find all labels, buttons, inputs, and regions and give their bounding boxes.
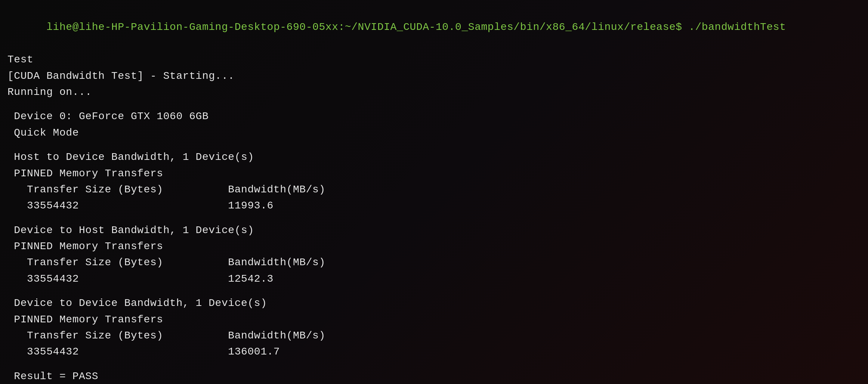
output-line-running: Running on... [7, 84, 861, 100]
output-line-quickmode: Quick Mode [7, 125, 861, 141]
prompt-line-1: lihe@lihe-HP-Pavilion-Gaming-Desktop-690… [7, 3, 861, 52]
output-line-d2d-header: Device to Device Bandwidth, 1 Device(s) [7, 295, 861, 311]
output-line-d2d-pinned: PINNED Memory Transfers [7, 312, 861, 328]
blank-4 [7, 287, 861, 295]
blank-3 [7, 214, 861, 222]
output-line-d2h-val: 33554432 12542.3 [7, 271, 861, 287]
output-line-d2h-col: Transfer Size (Bytes) Bandwidth(MB/s) [7, 254, 861, 270]
output-line-h2d-val: 33554432 11993.6 [7, 198, 861, 214]
output-line-result: Result = PASS [7, 368, 861, 384]
output-line-starting: [CUDA Bandwidth Test] - Starting... [7, 68, 861, 84]
terminal-content: lihe@lihe-HP-Pavilion-Gaming-Desktop-690… [0, 0, 868, 384]
output-line-h2d-pinned: PINNED Memory Transfers [7, 165, 861, 182]
command-text: ./bandwidthTest [689, 21, 786, 33]
output-line-d2d-val: 33554432 136001.7 [7, 344, 861, 360]
output-line-d2h-pinned: PINNED Memory Transfers [7, 238, 861, 254]
blank-2 [7, 141, 861, 149]
blank-5 [7, 360, 861, 368]
output-line-device: Device 0: GeForce GTX 1060 6GB [7, 108, 861, 124]
output-line-test: Test [7, 52, 861, 68]
output-line-d2h-header: Device to Host Bandwidth, 1 Device(s) [7, 222, 861, 238]
output-line-h2d-header: Host to Device Bandwidth, 1 Device(s) [7, 149, 861, 165]
prompt-text-1: lihe@lihe-HP-Pavilion-Gaming-Desktop-690… [46, 21, 689, 33]
blank-1 [7, 100, 861, 108]
output-line-h2d-col: Transfer Size (Bytes) Bandwidth(MB/s) [7, 182, 861, 198]
terminal-window: lihe@lihe-HP-Pavilion-Gaming-Desktop-690… [0, 0, 868, 384]
output-line-d2d-col: Transfer Size (Bytes) Bandwidth(MB/s) [7, 328, 861, 344]
